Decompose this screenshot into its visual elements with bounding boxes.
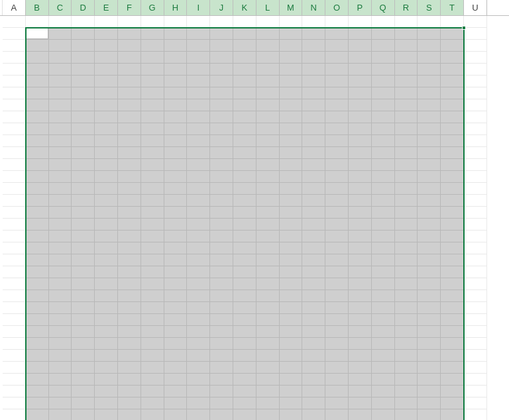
- cell[interactable]: [325, 135, 349, 147]
- cell[interactable]: [418, 16, 441, 28]
- cell[interactable]: [3, 195, 26, 207]
- cell[interactable]: [72, 171, 95, 183]
- cell[interactable]: [72, 386, 95, 397]
- cell[interactable]: [187, 16, 210, 28]
- cell[interactable]: [187, 40, 210, 52]
- cell[interactable]: [302, 290, 325, 302]
- cell[interactable]: [187, 338, 210, 350]
- cell[interactable]: [3, 171, 26, 183]
- cell[interactable]: [187, 314, 210, 326]
- column-header-b[interactable]: B: [26, 0, 49, 15]
- cell[interactable]: [187, 374, 210, 386]
- cell[interactable]: [280, 409, 303, 420]
- cell[interactable]: [95, 219, 118, 231]
- cell[interactable]: [26, 409, 49, 420]
- cell[interactable]: [118, 397, 141, 409]
- cell[interactable]: [164, 28, 188, 40]
- cell[interactable]: [349, 147, 372, 159]
- cell[interactable]: [49, 242, 72, 254]
- cell[interactable]: [302, 123, 325, 135]
- cell[interactable]: [141, 278, 164, 290]
- cell[interactable]: [395, 219, 418, 231]
- cell[interactable]: [141, 266, 164, 278]
- cell[interactable]: [210, 87, 233, 99]
- cell[interactable]: [26, 183, 49, 195]
- cell[interactable]: [233, 314, 256, 326]
- cell[interactable]: [280, 16, 303, 28]
- cell[interactable]: [418, 207, 441, 219]
- cell[interactable]: [187, 28, 210, 40]
- cell[interactable]: [372, 111, 395, 123]
- cell[interactable]: [418, 111, 441, 123]
- cell[interactable]: [349, 254, 372, 266]
- cell[interactable]: [164, 254, 188, 266]
- cell[interactable]: [233, 362, 256, 374]
- cell[interactable]: [464, 111, 487, 123]
- cell[interactable]: [325, 40, 349, 52]
- cell[interactable]: [141, 40, 164, 52]
- cell[interactable]: [395, 147, 418, 159]
- cell[interactable]: [210, 350, 233, 362]
- cell[interactable]: [302, 219, 325, 231]
- cell[interactable]: [118, 123, 141, 135]
- cell[interactable]: [464, 135, 487, 147]
- cell[interactable]: [118, 374, 141, 386]
- cell[interactable]: [302, 52, 325, 64]
- cell[interactable]: [280, 278, 303, 290]
- cell[interactable]: [49, 16, 72, 28]
- cell[interactable]: [349, 219, 372, 231]
- cell[interactable]: [210, 231, 233, 242]
- cell[interactable]: [349, 28, 372, 40]
- cell[interactable]: [464, 290, 487, 302]
- cell[interactable]: [464, 99, 487, 111]
- cell[interactable]: [325, 195, 349, 207]
- cell[interactable]: [418, 326, 441, 338]
- cell[interactable]: [164, 99, 188, 111]
- cell[interactable]: [395, 374, 418, 386]
- cell[interactable]: [164, 409, 188, 420]
- cell[interactable]: [26, 374, 49, 386]
- cell[interactable]: [3, 207, 26, 219]
- cell[interactable]: [26, 242, 49, 254]
- cell[interactable]: [187, 302, 210, 314]
- cell[interactable]: [164, 147, 188, 159]
- cell[interactable]: [72, 242, 95, 254]
- cell[interactable]: [372, 386, 395, 397]
- cell[interactable]: [141, 28, 164, 40]
- cell[interactable]: [3, 231, 26, 242]
- cell[interactable]: [233, 278, 256, 290]
- cell[interactable]: [210, 111, 233, 123]
- cell[interactable]: [210, 171, 233, 183]
- cell[interactable]: [210, 135, 233, 147]
- cell[interactable]: [118, 302, 141, 314]
- cell[interactable]: [233, 40, 256, 52]
- cell[interactable]: [372, 207, 395, 219]
- cell[interactable]: [49, 171, 72, 183]
- cell[interactable]: [118, 28, 141, 40]
- cell[interactable]: [233, 409, 256, 420]
- cell[interactable]: [3, 111, 26, 123]
- cell[interactable]: [280, 195, 303, 207]
- cell[interactable]: [256, 40, 280, 52]
- cell[interactable]: [302, 16, 325, 28]
- cell[interactable]: [349, 409, 372, 420]
- cell[interactable]: [187, 266, 210, 278]
- cell[interactable]: [3, 326, 26, 338]
- cell[interactable]: [72, 374, 95, 386]
- cell[interactable]: [164, 207, 188, 219]
- cell[interactable]: [233, 135, 256, 147]
- cell[interactable]: [118, 195, 141, 207]
- cell[interactable]: [395, 171, 418, 183]
- cell[interactable]: [3, 183, 26, 195]
- cell[interactable]: [187, 409, 210, 420]
- cell[interactable]: [26, 147, 49, 159]
- cell[interactable]: [118, 76, 141, 87]
- cell[interactable]: [72, 111, 95, 123]
- cell[interactable]: [26, 314, 49, 326]
- cell[interactable]: [395, 99, 418, 111]
- cell[interactable]: [280, 397, 303, 409]
- cell[interactable]: [164, 123, 188, 135]
- cell[interactable]: [418, 374, 441, 386]
- cell[interactable]: [325, 409, 349, 420]
- cell[interactable]: [187, 135, 210, 147]
